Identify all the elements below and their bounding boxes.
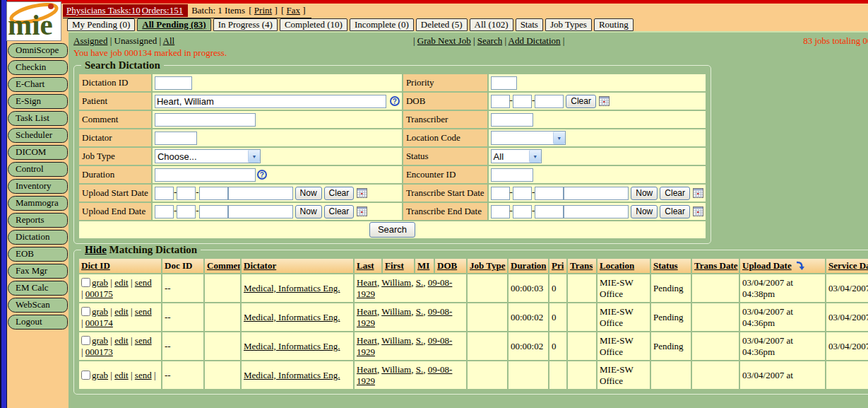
patient-last-link[interactable]: Heart xyxy=(357,277,377,288)
tab-all-102[interactable]: All (102) xyxy=(470,18,513,31)
grab-link[interactable]: grab xyxy=(92,306,108,317)
location-code-select[interactable]: ▼ xyxy=(491,131,566,145)
grab-link[interactable]: grab xyxy=(92,335,108,346)
calendar-icon[interactable] xyxy=(693,188,703,198)
edit-link[interactable]: edit xyxy=(114,306,129,317)
patient-mi-link[interactable]: S. xyxy=(416,335,423,346)
edit-link[interactable]: edit xyxy=(114,335,129,346)
tab-stats[interactable]: Stats xyxy=(516,18,543,31)
transcribe-end-day-input[interactable] xyxy=(513,205,532,218)
physicians-tasks-link[interactable]: Physicians Tasks:10 xyxy=(66,5,141,16)
sidebar-item-dicom[interactable]: DICOM xyxy=(8,145,68,160)
dob-day-input[interactable] xyxy=(513,95,532,108)
row-checkbox[interactable] xyxy=(81,371,90,380)
patient-first-link[interactable]: William xyxy=(381,306,411,317)
upload-end-time-input[interactable] xyxy=(228,205,293,218)
transcribe-start-now-button[interactable]: Now xyxy=(631,187,658,200)
transcribe-end-now-button[interactable]: Now xyxy=(631,205,658,218)
dict-id-link[interactable]: 000175 xyxy=(85,288,113,299)
sidebar-item-e-chart[interactable]: E-Chart xyxy=(8,77,68,92)
patient-first-link[interactable]: William xyxy=(381,335,411,346)
sort-link-mi[interactable]: MI xyxy=(417,260,429,271)
transcribe-end-clear-button[interactable]: Clear xyxy=(660,205,690,218)
tab-deleted-5[interactable]: Deleted (5) xyxy=(416,18,468,31)
patient-last-link[interactable]: Heart xyxy=(357,335,377,346)
help-icon[interactable]: ? xyxy=(390,96,400,106)
upload-start-time-input[interactable] xyxy=(228,187,293,200)
patient-last-link[interactable]: Heart xyxy=(357,306,377,317)
send-link[interactable]: send xyxy=(135,277,152,288)
upload-end-day-input[interactable] xyxy=(177,205,196,218)
tab-routing[interactable]: Routing xyxy=(594,18,634,31)
send-link[interactable]: send xyxy=(135,370,152,380)
upload-end-year-input[interactable] xyxy=(199,205,228,218)
patient-mi-link[interactable]: S. xyxy=(416,306,423,317)
patient-input[interactable] xyxy=(155,95,386,108)
sidebar-item-control[interactable]: Control xyxy=(8,162,68,177)
search-button[interactable]: Search xyxy=(369,222,415,238)
patient-mi-link[interactable]: S. xyxy=(416,364,423,375)
sidebar-item-checkin[interactable]: Checkin xyxy=(8,60,68,75)
encounter-id-input[interactable] xyxy=(491,168,533,182)
dob-month-input[interactable] xyxy=(491,95,510,108)
sort-link-first[interactable]: First xyxy=(385,260,404,271)
hide-results-link[interactable]: Hide xyxy=(85,244,107,255)
patient-last-link[interactable]: Heart xyxy=(357,364,377,375)
all-link[interactable]: All xyxy=(163,35,175,46)
sidebar-item-webscan[interactable]: WebScan xyxy=(8,298,68,313)
orders-link[interactable]: Orders:151 xyxy=(142,5,184,16)
send-link[interactable]: send xyxy=(135,306,152,317)
grab-next-job-link[interactable]: Grab Next Job xyxy=(417,35,471,46)
tab-incomplete-0[interactable]: Incomplete (0) xyxy=(350,18,414,31)
transcribe-end-year-input[interactable] xyxy=(535,205,564,218)
dictator-link[interactable]: Medical, Informatics Eng. xyxy=(244,283,340,293)
sidebar-item-inventory[interactable]: Inventory xyxy=(8,179,68,194)
sidebar-item-scheduler[interactable]: Scheduler xyxy=(8,128,68,143)
sort-link-job-type[interactable]: Job Type xyxy=(470,260,505,271)
row-checkbox[interactable] xyxy=(81,278,90,287)
transcribe-start-month-input[interactable] xyxy=(491,187,510,200)
sidebar-item-logout[interactable]: Logout xyxy=(8,315,68,330)
assigned-link[interactable]: Assigned xyxy=(73,35,107,46)
sort-link-trans-date[interactable]: Trans Date xyxy=(694,260,738,271)
dictation-id-input[interactable] xyxy=(155,76,192,90)
upload-start-year-input[interactable] xyxy=(199,187,228,200)
tab-in-progress-4[interactable]: In Progress (4) xyxy=(213,18,278,31)
app-logo[interactable]: mie xyxy=(6,1,61,41)
add-dictation-link[interactable]: Add Dictation xyxy=(509,35,561,46)
row-checkbox[interactable] xyxy=(81,336,90,345)
tab-completed-10[interactable]: Completed (10) xyxy=(280,18,347,31)
transcribe-start-clear-button[interactable]: Clear xyxy=(660,187,690,200)
edit-link[interactable]: edit xyxy=(114,277,129,288)
send-link[interactable]: send xyxy=(135,335,152,346)
duration-input[interactable] xyxy=(155,168,256,182)
dictator-link[interactable]: Medical, Informatics Eng. xyxy=(244,370,340,380)
search-link[interactable]: Search xyxy=(477,35,502,46)
upload-start-clear-button[interactable]: Clear xyxy=(324,187,355,200)
sidebar-item-eob[interactable]: EOB xyxy=(8,247,68,262)
dictator-input[interactable] xyxy=(155,132,197,145)
status-select[interactable]: All▼ xyxy=(491,149,542,163)
sidebar-item-dictation[interactable]: Dictation xyxy=(8,230,68,245)
transcribe-end-month-input[interactable] xyxy=(491,205,510,218)
sidebar-item-e-sign[interactable]: E-Sign xyxy=(8,94,68,109)
upload-end-now-button[interactable]: Now xyxy=(295,205,322,218)
edit-link[interactable]: edit xyxy=(114,370,129,380)
sidebar-item-reports[interactable]: Reports xyxy=(8,213,68,228)
patient-first-link[interactable]: William xyxy=(381,364,411,375)
transcribe-start-day-input[interactable] xyxy=(513,187,532,200)
comment-input[interactable] xyxy=(155,113,256,127)
patient-mi-link[interactable]: S. xyxy=(416,277,423,288)
calendar-icon[interactable] xyxy=(599,96,610,106)
sidebar-item-omniscope[interactable]: OmniScope xyxy=(8,43,68,58)
calendar-icon[interactable] xyxy=(357,188,367,198)
print-link[interactable]: Print xyxy=(254,5,272,16)
grab-link[interactable]: grab xyxy=(92,370,108,380)
dob-clear-button[interactable]: Clear xyxy=(566,95,596,108)
patient-first-link[interactable]: William xyxy=(381,277,411,288)
sort-link-service-date[interactable]: Service Date xyxy=(828,260,868,271)
help-icon[interactable]: ? xyxy=(257,170,267,180)
transcriber-input[interactable] xyxy=(491,113,533,127)
upload-start-day-input[interactable] xyxy=(177,187,196,200)
job-type-select[interactable]: Choose...▼ xyxy=(155,149,261,163)
